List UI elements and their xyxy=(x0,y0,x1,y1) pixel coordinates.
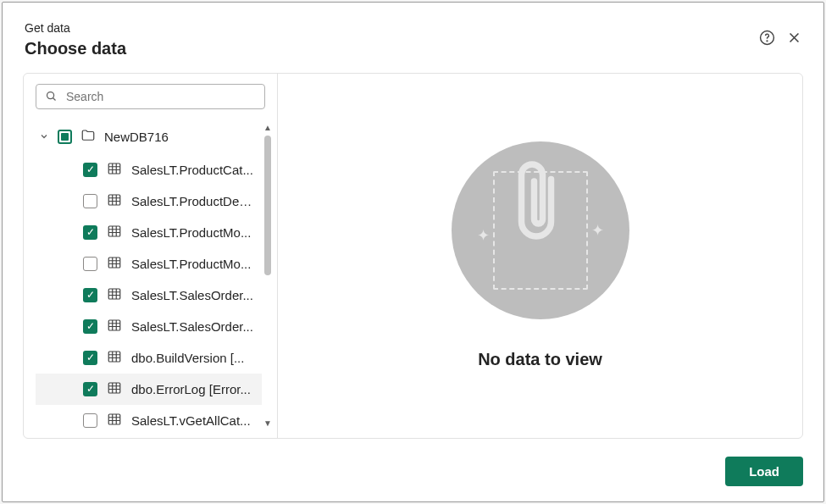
sparkle-icon: ✦ xyxy=(591,221,604,240)
svg-rect-7 xyxy=(108,289,120,299)
item-label: SalesLT.ProductCat... xyxy=(131,163,255,177)
dialog-header: Get data Choose data xyxy=(3,3,823,68)
svg-rect-8 xyxy=(108,320,120,330)
item-label: SalesLT.ProductMo... xyxy=(131,257,255,271)
svg-rect-6 xyxy=(108,258,120,268)
svg-rect-4 xyxy=(108,195,120,205)
root-label: NewDB716 xyxy=(104,130,169,144)
empty-message: No data to view xyxy=(478,350,602,369)
item-checkbox[interactable] xyxy=(83,163,97,177)
scrollbar-thumb[interactable] xyxy=(264,136,271,275)
dialog-subtitle: Get data xyxy=(25,21,126,36)
help-icon[interactable] xyxy=(759,30,775,49)
folder-icon xyxy=(80,128,96,146)
item-checkbox[interactable] xyxy=(83,225,97,240)
table-icon xyxy=(107,192,122,210)
tree-item[interactable]: SalesLT.vGetAllCat... xyxy=(36,405,262,433)
load-button[interactable]: Load xyxy=(725,457,803,486)
tree-item[interactable]: SalesLT.SalesOrder... xyxy=(36,280,262,311)
item-checkbox[interactable] xyxy=(83,257,97,271)
table-icon xyxy=(107,161,122,179)
item-label: dbo.BuildVersion [... xyxy=(131,351,255,365)
item-checkbox[interactable] xyxy=(83,194,97,208)
dialog-title: Choose data xyxy=(25,38,126,59)
tree-item[interactable]: dbo.ErrorLog [Error... xyxy=(36,374,262,405)
item-checkbox[interactable] xyxy=(83,288,97,302)
item-checkbox[interactable] xyxy=(83,413,97,428)
tree-item[interactable]: SalesLT.SalesOrder... xyxy=(36,311,262,342)
tree-item[interactable]: dbo.BuildVersion [... xyxy=(36,342,262,374)
object-tree: NewDB716 SalesLT.ProductCat...SalesLT.Pr… xyxy=(36,118,263,433)
tree-item[interactable]: SalesLT.ProductDes... xyxy=(36,186,262,217)
item-label: SalesLT.SalesOrder... xyxy=(131,288,255,302)
svg-point-2 xyxy=(47,92,54,99)
item-checkbox[interactable] xyxy=(83,382,97,396)
svg-point-1 xyxy=(767,41,768,42)
tree-item[interactable]: SalesLT.ProductMo... xyxy=(36,217,262,248)
dialog-footer: Load xyxy=(725,457,803,486)
item-label: SalesLT.ProductMo... xyxy=(131,225,255,240)
svg-rect-3 xyxy=(108,163,120,174)
root-checkbox[interactable] xyxy=(58,130,72,144)
scroll-up-icon[interactable]: ▲ xyxy=(263,123,272,132)
close-icon[interactable] xyxy=(787,30,801,48)
svg-rect-9 xyxy=(108,352,120,362)
search-icon xyxy=(45,90,58,102)
tree-root-node[interactable]: NewDB716 xyxy=(36,123,262,154)
tree-item[interactable]: SalesLT.ProductCat... xyxy=(36,154,262,186)
scroll-down-icon[interactable]: ▼ xyxy=(263,418,272,428)
dialog: Get data Choose data xyxy=(2,2,824,502)
navigator-panel: NewDB716 SalesLT.ProductCat...SalesLT.Pr… xyxy=(24,74,278,438)
table-icon xyxy=(107,318,122,335)
title-block: Get data Choose data xyxy=(25,21,126,59)
item-label: SalesLT.ProductDes... xyxy=(131,194,255,208)
tree-scrollbar[interactable]: ▲ ▼ xyxy=(263,118,277,433)
item-label: SalesLT.vGetAllCat... xyxy=(131,413,255,428)
paperclip-icon xyxy=(515,160,566,245)
scrollbar-track[interactable] xyxy=(264,136,271,415)
svg-rect-5 xyxy=(108,226,120,236)
content-area: NewDB716 SalesLT.ProductCat...SalesLT.Pr… xyxy=(23,73,803,439)
item-checkbox[interactable] xyxy=(83,351,97,365)
table-icon xyxy=(107,349,122,367)
table-icon xyxy=(107,412,122,429)
item-label: SalesLT.SalesOrder... xyxy=(131,319,255,334)
tree-item[interactable]: SalesLT.ProductMo... xyxy=(36,248,262,280)
table-icon xyxy=(107,380,122,398)
table-icon xyxy=(107,286,122,304)
svg-rect-11 xyxy=(108,414,120,424)
table-icon xyxy=(107,224,122,241)
item-label: dbo.ErrorLog [Error... xyxy=(131,382,255,396)
item-checkbox[interactable] xyxy=(83,319,97,334)
search-input[interactable] xyxy=(64,89,256,104)
preview-panel: ✦ ✦ No data to view xyxy=(278,74,802,438)
svg-rect-10 xyxy=(108,383,120,393)
empty-illustration: ✦ ✦ xyxy=(452,141,629,319)
sparkle-icon: ✦ xyxy=(477,226,490,245)
chevron-down-icon[interactable] xyxy=(39,130,49,144)
header-actions xyxy=(759,21,801,49)
search-box[interactable] xyxy=(36,84,265,109)
table-icon xyxy=(107,255,122,273)
